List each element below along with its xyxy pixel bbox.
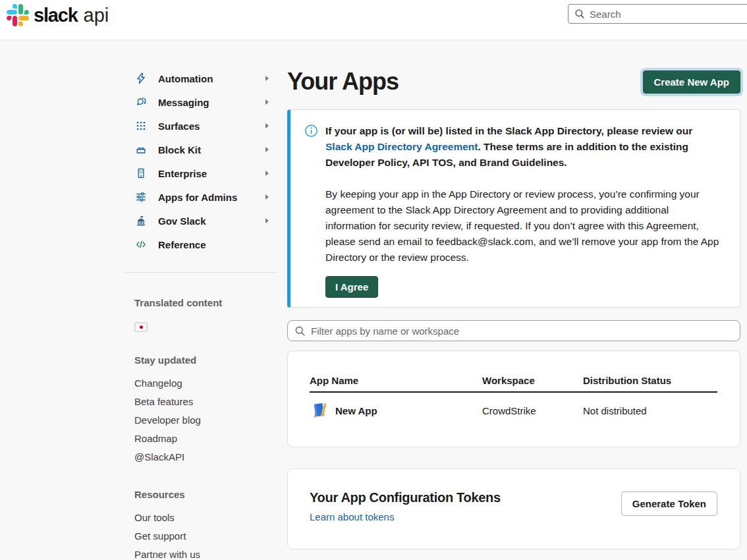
search-input[interactable] xyxy=(590,9,721,20)
sidebar-item-reference[interactable]: Reference xyxy=(125,233,277,256)
chevron-right-icon xyxy=(265,171,269,176)
chevron-right-icon xyxy=(265,76,269,81)
learn-about-tokens-link[interactable]: Learn about tokens xyxy=(310,511,394,522)
sidebar-item-messaging[interactable]: Messaging xyxy=(125,90,277,114)
search-icon xyxy=(574,9,585,19)
sidebar-item-automation[interactable]: Automation xyxy=(125,67,277,90)
title-row: Your Apps Create New App xyxy=(287,66,740,98)
sidebar-item-label: Reference xyxy=(158,239,206,250)
column-distribution-status: Distribution Status xyxy=(583,375,717,392)
sidebar-item-label: Automation xyxy=(158,73,213,84)
main-content: Your Apps Create New App If your app is … xyxy=(287,66,740,549)
chevron-right-icon xyxy=(265,194,269,200)
logo-suffix: api xyxy=(84,5,109,26)
logo-text: slack xyxy=(34,5,78,26)
table-row[interactable]: New App CrowdStrike Not distributed xyxy=(310,392,717,420)
japan-flag-icon[interactable] xyxy=(134,322,148,332)
link-partner-with-us[interactable]: Partner with us xyxy=(125,546,277,560)
chevron-right-icon xyxy=(265,99,269,105)
link-slackapi-twitter[interactable]: @SlackAPI xyxy=(125,448,277,466)
info-icon xyxy=(304,124,318,140)
sidebar-item-label: Surfaces xyxy=(158,121,200,132)
code-icon xyxy=(134,238,148,250)
apps-table-card: App Name Workspace Distribution Status xyxy=(287,350,740,447)
link-roadmap[interactable]: Roadmap xyxy=(125,430,277,448)
tokens-card: Your App Configuration Tokens Learn abou… xyxy=(287,468,740,549)
sidebar-item-label: Gov Slack xyxy=(158,215,206,227)
default-app-icon xyxy=(310,401,329,420)
slack-api-your-apps-page: slack api Automation Messaging xyxy=(0,0,747,560)
apps-table-header-row: App Name Workspace Distribution Status xyxy=(310,375,717,392)
chevron-right-icon xyxy=(265,218,269,223)
resources-links: Our tools Get support Partner with us xyxy=(125,509,277,560)
notice-paragraph-1: If your app is (or will be) listed in th… xyxy=(325,123,721,171)
translated-content-heading: Translated content xyxy=(125,297,277,308)
capitol-icon xyxy=(134,215,148,227)
slack-logo-icon xyxy=(7,4,29,26)
sidebar-item-apps-for-admins[interactable]: Apps for Admins xyxy=(125,185,277,209)
japan-flag-inner xyxy=(136,324,146,331)
sidebar-item-surfaces[interactable]: Surfaces xyxy=(125,114,277,138)
slack-app-directory-agreement-link[interactable]: Slack App Directory Agreement xyxy=(325,141,478,152)
i-agree-button[interactable]: I Agree xyxy=(325,276,378,298)
workspace-cell: CrowdStrike xyxy=(482,392,583,420)
blocks-icon xyxy=(134,144,148,155)
link-changelog[interactable]: Changelog xyxy=(125,374,277,393)
chevron-right-icon xyxy=(265,147,269,152)
sidebar-item-label: Enterprise xyxy=(158,168,207,179)
column-app-name: App Name xyxy=(310,375,482,392)
app-name-link[interactable]: New App xyxy=(335,405,377,416)
sidebar-item-label: Block Kit xyxy=(158,144,201,155)
header-search[interactable] xyxy=(568,4,747,24)
sidebar-item-label: Messaging xyxy=(158,97,209,108)
slack-api-logo[interactable]: slack api xyxy=(7,4,109,26)
link-developer-blog[interactable]: Developer blog xyxy=(125,411,277,430)
sidebar-item-label: Apps for Admins xyxy=(158,192,237,203)
create-new-app-button[interactable]: Create New App xyxy=(643,70,740,94)
building-icon xyxy=(134,167,148,179)
resources-heading: Resources xyxy=(125,489,277,500)
stay-updated-heading: Stay updated xyxy=(125,354,277,366)
link-beta-features[interactable]: Beta features xyxy=(125,393,277,411)
link-get-support[interactable]: Get support xyxy=(125,527,277,546)
sliders-icon xyxy=(134,191,148,203)
top-header: slack api xyxy=(0,0,747,40)
notice-text-before-link: If your app is (or will be) listed in th… xyxy=(325,125,692,136)
sidebar: Automation Messaging Surfaces Block Kit xyxy=(125,67,277,560)
lightning-icon xyxy=(134,72,148,84)
speech-bubbles-icon xyxy=(134,96,148,108)
sidebar-item-gov-slack[interactable]: Gov Slack xyxy=(125,209,277,233)
grid-dots-icon xyxy=(134,120,148,132)
app-cell: New App xyxy=(310,401,482,420)
page-title: Your Apps xyxy=(287,68,399,96)
filter-apps-box[interactable] xyxy=(287,320,740,341)
stay-updated-links: Changelog Beta features Developer blog R… xyxy=(125,374,277,466)
sidebar-item-enterprise[interactable]: Enterprise xyxy=(125,161,277,185)
filter-apps-input[interactable] xyxy=(311,325,733,337)
apps-table: App Name Workspace Distribution Status xyxy=(310,375,717,420)
column-workspace: Workspace xyxy=(482,375,583,392)
sidebar-divider xyxy=(125,272,277,273)
distribution-status-cell: Not distributed xyxy=(583,392,717,420)
filter-search-icon xyxy=(294,325,306,337)
sidebar-item-block-kit[interactable]: Block Kit xyxy=(125,138,277,161)
link-our-tools[interactable]: Our tools xyxy=(125,509,277,527)
chevron-right-icon xyxy=(265,123,269,128)
notice-paragraph-2: By keeping your app in the App Directory… xyxy=(325,186,721,266)
app-directory-notice: If your app is (or will be) listed in th… xyxy=(287,109,740,308)
generate-token-button[interactable]: Generate Token xyxy=(621,491,717,516)
